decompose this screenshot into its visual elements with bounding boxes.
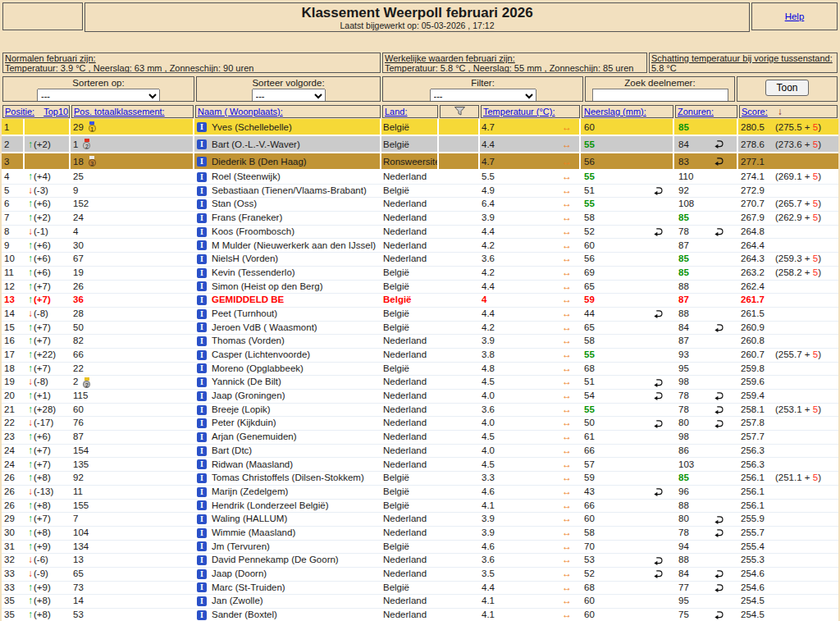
info-icon[interactable]: I [197, 254, 207, 264]
temperature-value: 4.4 [482, 308, 495, 321]
filter-cell: Filter: --- [382, 76, 583, 102]
column-neerslag-link[interactable]: Neerslag (mm): [584, 107, 646, 116]
total-rank-cell: 12 [71, 136, 194, 152]
column-land-link[interactable]: Land: [385, 107, 408, 116]
score-value: 270.7 [741, 198, 775, 211]
score-bonus: 5 [813, 267, 818, 277]
search-input[interactable] [592, 89, 728, 102]
top10-delta: (-3) [34, 185, 48, 198]
column-zonuren-link[interactable]: Zonuren: [678, 107, 714, 116]
total-rank-cell: 134 [71, 541, 194, 554]
score-value: 256.3 [741, 459, 775, 472]
score-value: 277.1 [741, 153, 775, 169]
total-rank-cell: 76 [71, 417, 194, 430]
score-detail: (269.1 + 5) [775, 171, 821, 184]
info-icon[interactable]: I [197, 446, 207, 456]
temperature-value: 4.7 [482, 153, 495, 169]
column-positie-link[interactable]: Positie: [5, 107, 34, 116]
precipitation-cell: 60 [581, 513, 674, 526]
down-arrow-icon: ↓ [28, 417, 33, 430]
info-icon[interactable]: I [197, 487, 207, 497]
info-icon[interactable]: I [197, 157, 207, 167]
trend-arrow-icon: ↔ [562, 335, 571, 348]
changed-answer-icon [714, 569, 724, 578]
info-icon[interactable]: I [197, 213, 207, 223]
info-icon[interactable]: I [197, 514, 207, 524]
info-icon[interactable]: I [197, 199, 207, 209]
info-icon[interactable]: I [197, 295, 207, 305]
medal-circle: 1 [89, 125, 96, 132]
column-naam-link[interactable]: Naam ( Woonplaats): [198, 107, 283, 116]
info-band: Normalen februari zijn: Temperatuur: 3.9… [2, 52, 838, 74]
info-icon[interactable]: I [197, 122, 207, 132]
info-icon[interactable]: I [197, 391, 207, 401]
info-icon[interactable]: I [197, 569, 207, 579]
name-cell: IJeroen VdB ( Waasmont) [194, 322, 381, 335]
sunhours-value: 93 [678, 349, 689, 362]
table-row: 19↓(-8)22IYannick (De Bilt)Nederland4.5↔… [2, 376, 838, 390]
total-rank-cell: 291 [71, 119, 194, 135]
info-icon[interactable]: I [197, 363, 207, 373]
info-icon[interactable]: I [197, 610, 207, 620]
top10-delta: (-6) [34, 554, 48, 567]
table-row: 31↑(+9)134IJm (Tervuren)België4.6↔709425… [2, 541, 838, 555]
info-icon[interactable]: I [197, 322, 207, 332]
column-score-link[interactable]: Score: [742, 107, 768, 116]
info-icon[interactable]: I [197, 500, 207, 510]
precipitation-cell: 68 [581, 582, 674, 595]
info-icon[interactable]: I [197, 459, 207, 469]
info-icon[interactable]: I [197, 596, 207, 606]
info-icon[interactable]: I [197, 377, 207, 387]
column-top10-link[interactable]: Top10 [43, 107, 68, 116]
info-icon[interactable]: I [197, 139, 207, 149]
filter-spacer-cell [439, 308, 480, 321]
temperature-cell: 4.2↔ [480, 239, 581, 252]
info-icon[interactable]: I [197, 541, 207, 551]
top10-delta: (+6) [34, 198, 51, 211]
participant-name: Thomas (Vorden) [212, 335, 285, 348]
precipitation-cell: 52 [581, 568, 674, 581]
help-link[interactable]: Help [785, 11, 805, 21]
precipitation-value: 65 [584, 281, 595, 294]
sunhours-cell: 83 [674, 153, 738, 169]
total-rank-cell: 22 [71, 376, 194, 389]
info-icon[interactable]: I [197, 528, 207, 538]
info-icon[interactable]: I [197, 309, 207, 319]
info-icon[interactable]: I [197, 418, 207, 428]
info-icon[interactable]: I [197, 268, 207, 278]
filter-funnel-icon[interactable] [454, 107, 465, 117]
table-row: 10↑(+6)67INielsH (Vorden)Nederland3.6↔56… [2, 253, 838, 267]
info-icon[interactable]: I [197, 350, 207, 360]
country-cell: België [381, 281, 439, 294]
info-icon[interactable]: I [197, 473, 207, 483]
precipitation-cell: 59 [581, 294, 674, 307]
column-temp-link[interactable]: Temperatuur (°C): [483, 107, 555, 116]
order-select[interactable]: --- [252, 89, 326, 102]
table-row: 14↓(-8)28IPeet (Turnhout)België4.4↔44882… [2, 308, 838, 322]
info-icon[interactable]: I [197, 186, 207, 196]
precipitation-value: 60 [584, 595, 595, 608]
score-bonus: 5 [813, 473, 818, 482]
temperature-value: 4.4 [482, 281, 495, 294]
info-icon[interactable]: I [197, 281, 207, 291]
up-arrow-icon: ↑ [28, 445, 33, 458]
top10-delta: (+9) [34, 582, 51, 595]
filter-spacer-cell [439, 212, 480, 225]
total-rank-cell: 7 [71, 513, 194, 526]
sort-select[interactable]: --- [37, 89, 160, 102]
participant-name: Peter (Kijkduin) [212, 417, 276, 430]
info-icon[interactable]: I [197, 405, 207, 415]
country-cell: België [381, 185, 439, 198]
info-icon[interactable]: I [197, 336, 207, 346]
info-icon[interactable]: I [197, 172, 207, 182]
info-icon[interactable]: I [197, 240, 207, 250]
column-totaal-link[interactable]: Pos. totaalklassement: [74, 107, 165, 116]
top10-delta: (+6) [34, 431, 51, 444]
info-icon[interactable]: I [197, 582, 207, 592]
show-button[interactable]: Toon [765, 80, 808, 96]
info-icon[interactable]: I [197, 555, 207, 565]
filter-select[interactable]: --- [430, 89, 536, 102]
top10-change-cell: ↓(-8) [25, 308, 71, 321]
info-icon[interactable]: I [197, 432, 207, 442]
info-icon[interactable]: I [197, 227, 207, 237]
